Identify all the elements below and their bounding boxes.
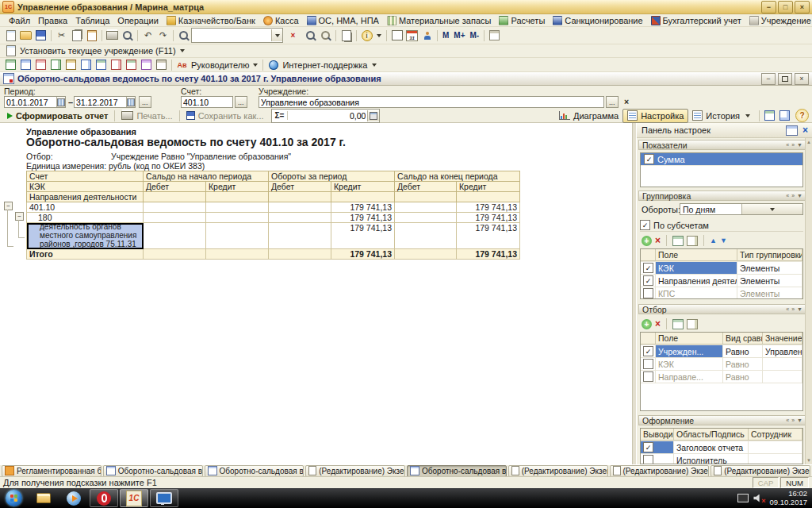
collapse-left-icon[interactable]: « bbox=[786, 418, 789, 423]
activity-field-cell[interactable]: Направле... bbox=[656, 371, 723, 383]
memory-minus-button[interactable]: M- bbox=[468, 31, 482, 40]
load-settings-button[interactable] bbox=[762, 109, 777, 123]
value-cell[interactable] bbox=[269, 223, 331, 249]
set-institution-label[interactable]: Установить текущее учреждение (F11) bbox=[18, 46, 178, 56]
grouping-row-activity[interactable]: ✓ Направления деятел... Элементы bbox=[641, 275, 802, 287]
scroll-up-icon[interactable]: ▲ bbox=[806, 140, 812, 144]
collapse-down-icon[interactable]: ▼ bbox=[797, 418, 802, 423]
calendar-button[interactable]: 31 bbox=[404, 29, 419, 43]
indicator-row-summa[interactable]: ✓ Сумма bbox=[641, 153, 802, 166]
row-checkbox-cell[interactable]: ✓ bbox=[641, 275, 656, 287]
activity-compare-cell[interactable]: Равно bbox=[723, 371, 763, 383]
close-button[interactable]: × bbox=[795, 1, 810, 13]
grouping-row-kek[interactable]: ✓ КЭК Элементы bbox=[641, 262, 802, 275]
filter-row-kek[interactable]: КЭК Равно bbox=[641, 358, 802, 371]
period-to-calendar-button[interactable] bbox=[126, 97, 135, 107]
uncheck-all-icon[interactable] bbox=[687, 236, 698, 246]
menu-fixed-assets[interactable]: ОС, НМА, НПА bbox=[303, 14, 383, 27]
period-choose-button[interactable]: ... bbox=[139, 96, 151, 108]
open-button[interactable] bbox=[18, 29, 33, 43]
value-cell[interactable] bbox=[269, 213, 331, 223]
save-settings-button[interactable] bbox=[777, 109, 792, 123]
panel-edit-icon[interactable] bbox=[786, 125, 798, 136]
value-cell[interactable]: 179 741,13 bbox=[457, 213, 520, 223]
window-button-5-active[interactable]: Оборотно-сальдовая ведом... bbox=[407, 465, 507, 477]
row-checkbox-cell[interactable] bbox=[641, 287, 656, 299]
collapse-left-icon[interactable]: « bbox=[786, 142, 789, 148]
window-button-1[interactable]: Регламентированная бухга... bbox=[2, 465, 102, 477]
kps-checkbox[interactable] bbox=[643, 288, 653, 298]
info-dropdown-icon[interactable] bbox=[377, 34, 381, 37]
value-cell[interactable] bbox=[269, 202, 331, 213]
row-checkbox-cell[interactable]: ✓ bbox=[641, 262, 656, 274]
menu-operations[interactable]: Операции bbox=[113, 14, 162, 27]
start-button[interactable] bbox=[6, 490, 22, 506]
move-down-button[interactable]: ▼ bbox=[720, 237, 727, 244]
period-to-field[interactable] bbox=[74, 96, 136, 108]
row-checkbox-cell[interactable] bbox=[641, 371, 656, 383]
maximize-button[interactable]: □ bbox=[778, 1, 793, 13]
institution-clear-button[interactable]: × bbox=[622, 97, 631, 106]
kek-filter-checkbox[interactable] bbox=[643, 359, 653, 369]
set-institution-button[interactable] bbox=[3, 44, 18, 58]
account-input[interactable] bbox=[182, 98, 232, 107]
report-button-11[interactable] bbox=[154, 58, 169, 72]
window-button-3[interactable]: Оборотно-сальдовая ведом... bbox=[205, 465, 304, 477]
report-header-area-cell[interactable]: Заголовок отчета bbox=[674, 441, 749, 453]
delete-grouping-button[interactable]: × bbox=[655, 235, 661, 246]
table-settings-button[interactable] bbox=[389, 29, 404, 43]
institution-field-cell[interactable]: Учрежден... bbox=[656, 345, 723, 357]
report-button-8[interactable] bbox=[109, 58, 124, 72]
activity-cell-selected[interactable]: деятельность органов местного самоуправл… bbox=[27, 223, 144, 249]
value-cell[interactable] bbox=[395, 213, 457, 223]
menu-table[interactable]: Таблица bbox=[71, 14, 113, 27]
total-value-cell[interactable] bbox=[395, 249, 457, 260]
cut-button[interactable]: ✂ bbox=[54, 29, 69, 43]
executor-employee-cell[interactable] bbox=[749, 454, 802, 464]
value-cell[interactable] bbox=[144, 223, 206, 249]
info-button[interactable]: i bbox=[359, 29, 374, 43]
service-tool-button[interactable] bbox=[487, 29, 502, 43]
by-subaccounts-checkbox[interactable]: ✓ bbox=[640, 220, 650, 230]
total-value-cell[interactable] bbox=[206, 249, 269, 260]
report-button-9[interactable] bbox=[124, 58, 139, 72]
summa-checkbox[interactable]: ✓ bbox=[644, 154, 654, 164]
value-cell[interactable]: 179 741,13 bbox=[331, 202, 395, 213]
menu-accounting[interactable]: Бухгалтерский учет bbox=[647, 14, 745, 27]
mdi-close-button[interactable]: × bbox=[795, 73, 809, 85]
internet-support-label[interactable]: Интернет-поддержка bbox=[281, 60, 369, 70]
value-cell[interactable] bbox=[206, 213, 269, 223]
check-all-icon[interactable] bbox=[672, 236, 684, 246]
expander-401-10[interactable]: − bbox=[4, 202, 13, 210]
kps-type-cell[interactable]: Элементы bbox=[737, 287, 802, 299]
delete-filter-button[interactable]: × bbox=[655, 318, 661, 329]
search-combobox[interactable] bbox=[191, 28, 283, 43]
period-from-calendar-button[interactable] bbox=[56, 97, 65, 107]
collapse-down-icon[interactable]: ▼ bbox=[797, 142, 802, 148]
report-header-employee-cell[interactable] bbox=[749, 441, 802, 453]
collapse-right-icon[interactable]: » bbox=[791, 418, 795, 423]
add-grouping-button[interactable]: + bbox=[642, 236, 652, 246]
report-button-4[interactable] bbox=[48, 58, 63, 72]
activity-field-cell[interactable]: Направления деятел... bbox=[656, 275, 737, 287]
value-cell[interactable] bbox=[206, 223, 269, 249]
account-cell[interactable]: 401.10 bbox=[27, 202, 144, 213]
row-checkbox-cell[interactable] bbox=[641, 454, 674, 464]
chevron-down-icon[interactable] bbox=[180, 49, 185, 52]
value-cell[interactable]: 179 741,13 bbox=[331, 223, 395, 249]
print-button[interactable] bbox=[105, 29, 120, 43]
activity-checkbox[interactable]: ✓ bbox=[643, 275, 653, 286]
window-button-2[interactable]: Оборотно-сальдовая ведом... bbox=[103, 465, 203, 477]
institution-choose-button[interactable]: ... bbox=[606, 96, 619, 108]
filter-row-activity[interactable]: Направле... Равно bbox=[641, 371, 802, 383]
calculator-button[interactable] bbox=[367, 110, 379, 121]
activity-filter-checkbox[interactable] bbox=[643, 371, 653, 382]
sigma-button[interactable]: Σ= bbox=[272, 111, 289, 120]
turnovers-dropdown-button[interactable] bbox=[741, 204, 803, 214]
manager-label[interactable]: Руководителю bbox=[190, 60, 251, 70]
total-value-cell[interactable] bbox=[144, 249, 206, 260]
diagram-button[interactable]: Диаграмма bbox=[555, 110, 622, 122]
taskbar-1c-active[interactable]: 1С bbox=[120, 489, 148, 507]
total-value-cell[interactable]: 179 741,13 bbox=[331, 249, 395, 260]
report-button-2[interactable] bbox=[18, 58, 33, 72]
